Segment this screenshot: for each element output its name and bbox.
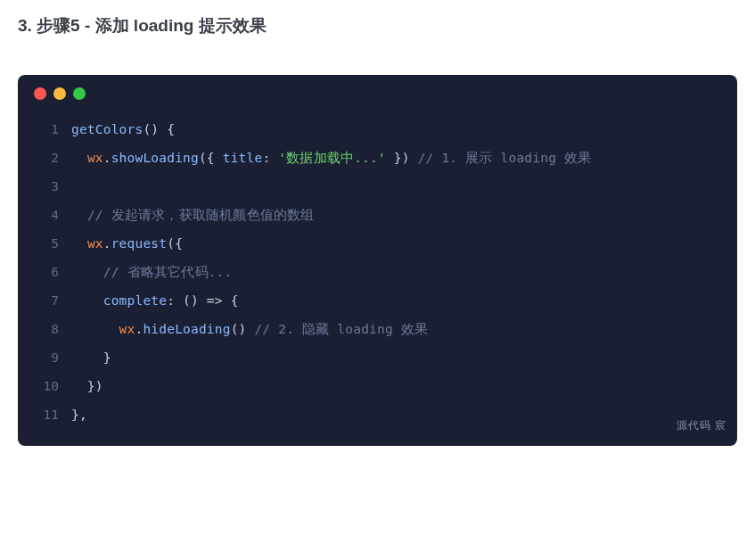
code-token: } bbox=[71, 350, 111, 365]
code-line: 8 wx.hideLoading() // 2. 隐藏 loading 效果 bbox=[34, 316, 721, 344]
section-heading: 3. 步骤5 - 添加 loading 提示效果 bbox=[18, 14, 737, 37]
line-number: 3 bbox=[34, 173, 59, 202]
code-content: }, bbox=[71, 401, 87, 430]
code-token bbox=[71, 265, 103, 279]
code-content: getColors() { bbox=[71, 116, 175, 144]
code-line: 7 complete: () => { bbox=[34, 287, 721, 316]
code-token: // 1. 展示 loading 效果 bbox=[418, 151, 592, 165]
code-token bbox=[71, 208, 87, 222]
line-number: 6 bbox=[34, 259, 59, 287]
code-token: ({ bbox=[199, 151, 223, 165]
code-token: '数据加载中...' bbox=[278, 151, 386, 165]
code-token: }) bbox=[71, 379, 103, 393]
line-number: 11 bbox=[34, 401, 59, 430]
code-token: title bbox=[223, 151, 263, 165]
window-controls bbox=[34, 87, 721, 100]
line-number: 8 bbox=[34, 316, 59, 344]
code-token: showLoading bbox=[111, 151, 199, 165]
line-number: 9 bbox=[34, 344, 59, 373]
code-token: hideLoading bbox=[143, 322, 230, 336]
code-line: 5 wx.request({ bbox=[34, 230, 721, 259]
code-token: { bbox=[223, 293, 239, 308]
code-token: request bbox=[111, 236, 168, 251]
line-number: 10 bbox=[34, 373, 59, 401]
code-token: ({ bbox=[167, 236, 183, 251]
code-content: wx.hideLoading() // 2. 隐藏 loading 效果 bbox=[71, 316, 428, 344]
code-line: 10 }) bbox=[34, 373, 721, 401]
code-content: // 省略其它代码... bbox=[71, 259, 233, 287]
code-content: wx.request({ bbox=[71, 230, 183, 259]
code-content: // 发起请求，获取随机颜色值的数组 bbox=[71, 202, 315, 230]
code-token: : () bbox=[167, 293, 207, 308]
window-maximize-icon bbox=[73, 87, 86, 100]
code-token: wx bbox=[87, 151, 103, 165]
code-token bbox=[71, 236, 87, 251]
line-number: 5 bbox=[34, 230, 59, 259]
code-line: 3 bbox=[34, 173, 721, 202]
watermark: 源代码 宸 bbox=[677, 414, 726, 437]
line-number: 4 bbox=[34, 202, 59, 230]
code-line: 9 } bbox=[34, 344, 721, 373]
code-content: wx.showLoading({ title: '数据加载中...' }) //… bbox=[71, 144, 591, 173]
window-close-icon bbox=[34, 87, 46, 100]
code-token: // 发起请求，获取随机颜色值的数组 bbox=[87, 208, 315, 222]
code-line: 1getColors() { bbox=[34, 116, 721, 144]
code-token: wx bbox=[119, 322, 135, 336]
code-lines: 1getColors() {2 wx.showLoading({ title: … bbox=[34, 116, 721, 430]
code-line: 6 // 省略其它代码... bbox=[34, 259, 721, 287]
code-token: . bbox=[103, 236, 111, 251]
line-number: 2 bbox=[34, 144, 59, 173]
code-token: }) bbox=[386, 151, 418, 165]
code-content: } bbox=[71, 344, 111, 373]
code-block: 1getColors() {2 wx.showLoading({ title: … bbox=[18, 75, 737, 446]
code-line: 11}, bbox=[34, 401, 721, 430]
code-token: wx bbox=[87, 236, 103, 251]
code-content: }) bbox=[71, 373, 103, 401]
code-line: 4 // 发起请求，获取随机颜色值的数组 bbox=[34, 202, 721, 230]
code-token: : bbox=[262, 151, 278, 165]
line-number: 7 bbox=[34, 287, 59, 316]
code-token bbox=[71, 293, 103, 308]
code-token: // 省略其它代码... bbox=[103, 265, 233, 279]
code-token: complete bbox=[103, 293, 167, 308]
code-token: // 2. 隐藏 loading 效果 bbox=[254, 322, 428, 336]
code-token bbox=[71, 151, 87, 165]
code-token: () { bbox=[143, 122, 175, 136]
code-token: () bbox=[231, 322, 255, 336]
code-token: getColors bbox=[71, 122, 143, 136]
code-token: }, bbox=[71, 408, 87, 422]
line-number: 1 bbox=[34, 116, 59, 144]
code-token bbox=[71, 322, 119, 336]
code-content: complete: () => { bbox=[71, 287, 239, 316]
code-token: . bbox=[103, 151, 111, 165]
code-token: => bbox=[207, 293, 223, 308]
window-minimize-icon bbox=[53, 87, 66, 100]
code-line: 2 wx.showLoading({ title: '数据加载中...' }) … bbox=[34, 144, 721, 173]
